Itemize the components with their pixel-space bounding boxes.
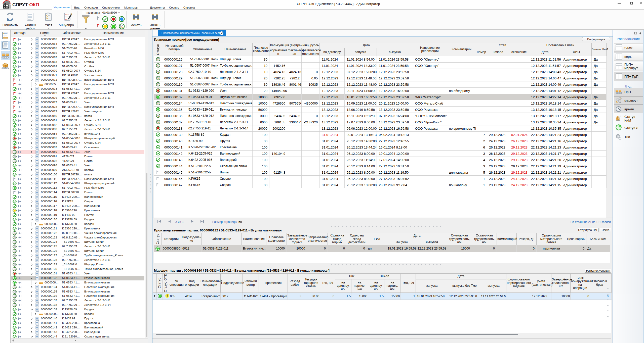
svg-text:×××: ××× xyxy=(65,16,69,18)
svg-text:×××: ××× xyxy=(65,14,69,16)
svg-text:××: ×× xyxy=(65,18,68,20)
